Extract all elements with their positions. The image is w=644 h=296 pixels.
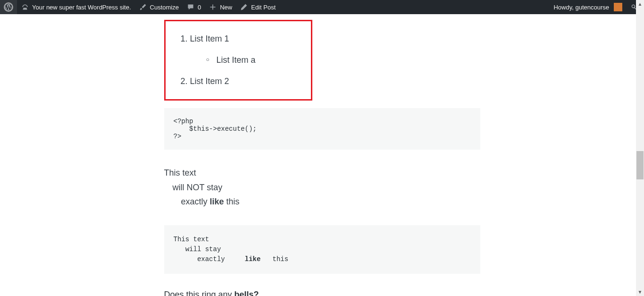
content-area: List Item 1 List Item a List Item 2 <?ph… bbox=[0, 14, 644, 296]
text-span: this bbox=[224, 197, 240, 206]
comment-icon bbox=[186, 3, 195, 11]
admin-bar-left: Your new super fast WordPress site. Cust… bbox=[0, 0, 279, 14]
wp-admin-bar: Your new super fast WordPress site. Cust… bbox=[0, 0, 644, 14]
list-item: List Item 1 List Item a bbox=[190, 33, 298, 67]
text-line: exactly like this bbox=[164, 195, 480, 209]
site-name-text: Your new super fast WordPress site. bbox=[32, 4, 131, 11]
edit-post-link[interactable]: Edit Post bbox=[236, 0, 279, 14]
plus-icon bbox=[209, 3, 217, 11]
edit-post-text: Edit Post bbox=[251, 4, 276, 11]
list-item-text: List Item 1 bbox=[190, 34, 229, 43]
new-text: New bbox=[220, 4, 232, 11]
paintbrush-icon bbox=[139, 3, 147, 11]
my-account-link[interactable]: Howdy, gutencourse bbox=[550, 0, 626, 14]
ordered-list: List Item 1 List Item a List Item 2 bbox=[179, 33, 298, 88]
site-name-link[interactable]: Your new super fast WordPress site. bbox=[17, 0, 135, 14]
wordpress-logo-icon bbox=[4, 2, 13, 12]
bold-text: like bbox=[210, 197, 224, 206]
pencil-icon bbox=[240, 3, 248, 11]
dashboard-icon bbox=[21, 3, 29, 11]
customize-text: Customize bbox=[150, 4, 179, 11]
howdy-text: Howdy, gutencourse bbox=[553, 4, 609, 11]
customize-link[interactable]: Customize bbox=[135, 0, 183, 14]
preformatted-block: This text will stay exactly like this bbox=[164, 225, 480, 274]
text-span: exactly bbox=[181, 197, 210, 206]
bold-text: bells? bbox=[234, 290, 259, 296]
text-line: will NOT stay bbox=[164, 180, 480, 195]
vertical-scrollbar[interactable]: ▲ ▼ bbox=[636, 0, 644, 296]
scrollbar-thumb[interactable] bbox=[636, 151, 644, 179]
text-span: Does this ring any bbox=[164, 290, 234, 296]
list-item: List Item 2 bbox=[190, 75, 298, 88]
comments-count: 0 bbox=[198, 4, 201, 11]
post-content: List Item 1 List Item a List Item 2 <?ph… bbox=[164, 20, 480, 296]
scroll-down-arrow-icon[interactable]: ▼ bbox=[636, 288, 644, 296]
paragraph-block: This text will NOT stay exactly like thi… bbox=[164, 166, 480, 209]
text-line: This text bbox=[164, 166, 480, 180]
pre-text: this bbox=[260, 255, 288, 263]
nested-list: List Item a bbox=[190, 54, 298, 67]
highlighted-list-box: List Item 1 List Item a List Item 2 bbox=[164, 20, 312, 101]
paragraph-block: Does this ring any bells? bbox=[164, 290, 480, 296]
admin-bar-right: Howdy, gutencourse bbox=[550, 0, 642, 14]
nested-list-item: List Item a bbox=[217, 54, 298, 67]
avatar bbox=[614, 3, 622, 11]
code-block: <?php $this->execute(); ?> bbox=[164, 108, 480, 150]
bold-text: like bbox=[245, 255, 261, 263]
pre-text: This text will stay exactly bbox=[174, 236, 245, 263]
comments-link[interactable]: 0 bbox=[183, 0, 205, 14]
new-content-link[interactable]: New bbox=[205, 0, 236, 14]
scroll-up-arrow-icon[interactable]: ▲ bbox=[636, 0, 644, 8]
wp-logo-menu[interactable] bbox=[0, 0, 17, 14]
